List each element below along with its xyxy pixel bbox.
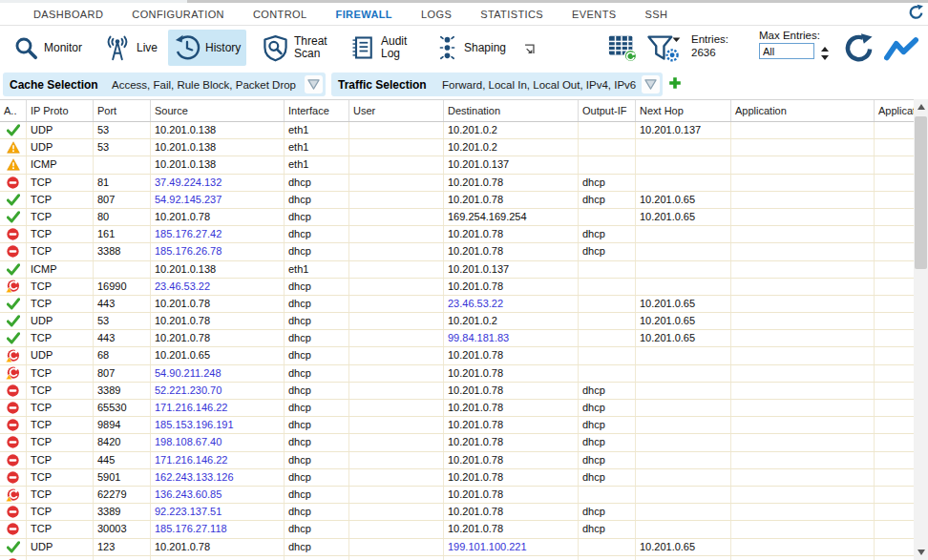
popout-button[interactable] — [523, 42, 536, 59]
cache-selection-dropdown-button[interactable] — [305, 75, 323, 93]
ip-link[interactable]: 54.90.211.248 — [155, 367, 221, 379]
table-row[interactable]: TCP445171.216.146.22dhcp10.201.0.78dhcp — [0, 452, 914, 469]
table-row[interactable]: ICMP10.201.0.138eth110.201.0.137 — [0, 156, 914, 174]
ip-link[interactable]: 171.216.146.22 — [155, 454, 227, 466]
scroll-down-button[interactable] — [914, 545, 928, 560]
table-row[interactable]: TCP80754.92.145.237dhcp10.201.0.78dhcp10… — [0, 192, 914, 209]
live-button[interactable]: Live — [97, 30, 163, 66]
block-icon — [7, 506, 19, 518]
table-row[interactable]: UDP12310.201.0.78dhcp199.101.100.22110.2… — [0, 539, 914, 556]
ip-link[interactable]: 92.223.137.51 — [155, 506, 221, 517]
max-entries-spinner[interactable] — [819, 45, 831, 62]
nav-item-statistics[interactable]: STATISTICS — [480, 9, 543, 20]
status-cell — [0, 400, 27, 416]
ip-link[interactable]: 23.46.53.22 — [448, 298, 503, 309]
table-row[interactable]: TCP3388185.176.26.78dhcp10.201.0.78dhcp — [0, 243, 914, 260]
scroll-up-button[interactable] — [914, 99, 928, 114]
column-header-port[interactable]: Port — [94, 100, 151, 121]
nav-item-logs[interactable]: LOGS — [421, 9, 452, 20]
table-row[interactable]: TCP1699023.46.53.22dhcp10.201.0.78 — [0, 279, 914, 296]
status-cell — [0, 504, 27, 520]
table-row[interactable]: TCP44310.201.0.78dhcp99.84.181.8310.201.… — [0, 330, 914, 347]
cell-source: 171.216.146.22 — [151, 452, 285, 468]
ip-link[interactable]: 37.49.224.132 — [155, 176, 221, 188]
table-row[interactable]: UDP5310.201.0.138eth110.201.0.210.201.0.… — [0, 122, 914, 139]
table-row[interactable] — [0, 556, 914, 560]
allow-check-icon — [7, 315, 20, 327]
table-row[interactable]: TCP338952.221.230.70dhcp10.201.0.78dhcp — [0, 383, 914, 400]
table-row[interactable]: UDP6810.201.0.65dhcp10.201.0.78 — [0, 347, 914, 364]
add-filter-button[interactable] — [668, 76, 682, 93]
column-header-a-[interactable]: A.. — [0, 100, 27, 121]
monitor-button[interactable]: Monitor — [8, 30, 88, 66]
column-header-interface[interactable]: Interface — [285, 100, 349, 121]
table-refresh-button[interactable] — [607, 33, 638, 66]
filter-settings-button[interactable] — [645, 33, 682, 67]
traffic-selection-dropdown-button[interactable] — [642, 75, 660, 93]
reload-entries-button[interactable] — [844, 33, 874, 67]
ip-link[interactable]: 185.176.26.78 — [155, 245, 221, 257]
column-header-output-if[interactable]: Output-IF — [579, 100, 636, 121]
column-header-user[interactable]: User — [349, 100, 444, 121]
column-header-application[interactable]: Application — [731, 100, 875, 121]
cell-destination: 10.201.0.78 — [444, 469, 579, 486]
entries-count: Entries: 2636 — [691, 32, 728, 59]
max-entries-input[interactable] — [759, 43, 814, 59]
ip-link[interactable]: 199.101.100.221 — [448, 541, 527, 552]
threat-scan-button[interactable]: Threat Scan — [256, 30, 344, 66]
table-row[interactable]: UDP5310.201.0.138eth110.201.0.2 — [0, 139, 914, 156]
table-row[interactable]: TCP5901162.243.133.126dhcp10.201.0.78dhc… — [0, 469, 914, 487]
spinner-up-icon[interactable] — [821, 47, 829, 52]
ip-link[interactable]: 54.92.145.237 — [155, 194, 221, 205]
table-row[interactable]: UDP5310.201.0.78dhcp10.201.0.210.201.0.6… — [0, 313, 914, 330]
column-header-destination[interactable]: Destination — [444, 100, 579, 121]
table-row[interactable]: TCP80754.90.211.248dhcp10.201.0.78 — [0, 365, 914, 383]
entries-label: Entries: — [691, 32, 728, 46]
column-header-ip-proto[interactable]: IP Proto — [27, 100, 94, 121]
table-row[interactable]: TCP338992.223.137.51dhcp10.201.0.78dhcp — [0, 504, 914, 521]
ip-link[interactable]: 185.176.27.118 — [155, 523, 227, 534]
ip-link[interactable]: 52.221.230.70 — [155, 384, 221, 396]
ip-link[interactable]: 185.176.27.42 — [155, 228, 221, 239]
ip-link[interactable]: 99.84.181.83 — [448, 332, 509, 343]
graph-view-button[interactable] — [884, 37, 918, 65]
scrollbar-thumb[interactable] — [915, 116, 927, 269]
table-row[interactable]: TCP9894185.153.196.191dhcp10.201.0.78dhc… — [0, 417, 914, 434]
column-header-next-hop[interactable]: Next Hop — [636, 100, 731, 121]
table-row[interactable]: TCP161185.176.27.42dhcp10.201.0.78dhcp — [0, 226, 914, 243]
ip-link[interactable]: 23.46.53.22 — [155, 280, 210, 292]
column-header-source[interactable]: Source — [151, 100, 285, 121]
table-row[interactable]: TCP65530171.216.146.22dhcp10.201.0.78dhc… — [0, 400, 914, 417]
shaping-button[interactable]: Shaping — [430, 30, 512, 66]
table-row[interactable]: TCP8010.201.0.78dhcp169.254.169.25410.20… — [0, 209, 914, 226]
refresh-icon — [844, 33, 874, 63]
cell-interface: dhcp — [285, 417, 349, 433]
ip-link[interactable]: 162.243.133.126 — [155, 471, 234, 483]
cell-interface: dhcp — [285, 452, 349, 468]
ip-link[interactable]: 185.153.196.191 — [155, 419, 234, 430]
history-button[interactable]: History — [168, 30, 246, 66]
table-row[interactable]: TCP8137.49.224.132dhcp10.201.0.78dhcp — [0, 175, 914, 192]
nav-item-dashboard[interactable]: DASHBOARD — [33, 9, 103, 20]
ip-link[interactable]: 171.216.146.22 — [155, 402, 227, 413]
page-refresh-button[interactable] — [908, 4, 924, 25]
table-row[interactable]: TCP30003185.176.27.118dhcp10.201.0.78dhc… — [0, 521, 914, 538]
table-row[interactable]: ICMP10.201.0.138eth110.201.0.137 — [0, 261, 914, 279]
ip-link[interactable]: 136.243.60.85 — [155, 488, 221, 500]
nav-item-ssh[interactable]: SSH — [645, 9, 668, 20]
nav-item-control[interactable]: CONTROL — [253, 9, 307, 20]
ip-link[interactable]: 198.108.67.40 — [155, 436, 221, 447]
nav-item-configuration[interactable]: CONFIGURATION — [132, 9, 224, 20]
table-row[interactable]: TCP8420198.108.67.40dhcp10.201.0.78dhcp — [0, 434, 914, 451]
table-row[interactable]: TCP44310.201.0.78dhcp23.46.53.2210.201.0… — [0, 296, 914, 313]
cell-next-hop — [636, 383, 731, 399]
spinner-down-icon[interactable] — [821, 55, 829, 60]
cell-application-2 — [875, 365, 914, 382]
column-header-applicati[interactable]: Applicati — [875, 100, 914, 121]
cell-output-if: dhcp — [579, 521, 636, 537]
audit-log-button[interactable]: Audit Log — [344, 30, 431, 66]
cell-output-if: dhcp — [579, 243, 636, 259]
table-row[interactable]: TCP62279136.243.60.85dhcp10.201.0.78 — [0, 487, 914, 504]
nav-item-events[interactable]: EVENTS — [572, 9, 616, 20]
nav-item-firewall[interactable]: FIREWALL — [336, 9, 392, 20]
